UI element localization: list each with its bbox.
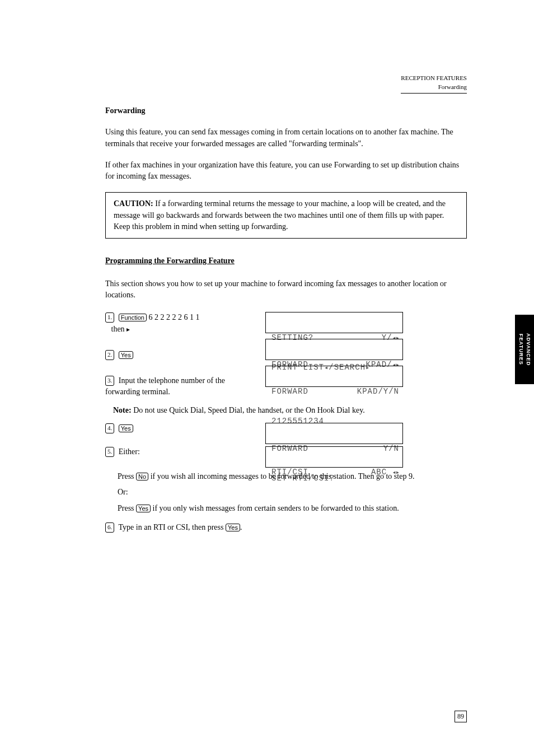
step-3-badge: 3. xyxy=(105,376,114,386)
section-tab: ADVANCED FEATURES xyxy=(515,315,534,384)
intro-para-1: Using this feature, you can send fax mes… xyxy=(105,127,467,150)
step-6-text: Type in an RTI or CSI, then press xyxy=(119,523,226,531)
step-6-badge: 6. xyxy=(105,522,114,533)
page-footer: 89 xyxy=(455,711,467,722)
lcd3-r1c1: FORWARD xyxy=(271,387,308,397)
step-1-badge: 1. xyxy=(105,312,114,323)
lcd-stack-1: SETTING?Y/ PRINT LIST/SEARCH FORWARDKPAD… xyxy=(265,312,467,387)
step-3-note: Note: Do not use Quick Dial, Speed Dial,… xyxy=(105,405,467,416)
steps-row-1: 1. Function 6 2 2 2 2 2 6 1 1 then 2. Ye… xyxy=(105,312,467,402)
left-steps-3: 5. Either: xyxy=(105,446,251,462)
step-5-badge: 5. xyxy=(105,447,114,457)
opt2-pre: Press xyxy=(118,504,136,512)
opt1-post: if you wish all incoming messages to be … xyxy=(148,472,414,480)
subsection-heading: Programming the Forwarding Feature xyxy=(105,255,467,267)
yes-keycap: Yes xyxy=(119,351,133,359)
steps-row-3: 5. Either: RTI/CSIABC xyxy=(105,446,467,468)
no-keycap: No xyxy=(136,473,148,480)
page-number: 89 xyxy=(455,711,467,722)
caution-text: If a forwarding terminal returns the mes… xyxy=(114,199,446,231)
yes-keycap: Yes xyxy=(136,505,151,512)
page: RECEPTION FEATURES Forwarding Forwarding… xyxy=(0,0,534,756)
step-6: 6. Type in an RTI or CSI, then press Yes… xyxy=(105,522,467,533)
function-keycap: Function xyxy=(119,314,147,321)
lcd-screen-2: FORWARDKPAD/ xyxy=(265,339,403,360)
yes-keycap: Yes xyxy=(119,424,133,432)
opt2-post: if you only wish messages from certain s… xyxy=(151,504,399,512)
lcd-stack-2: FORWARDY/N SET RTI/CSI? xyxy=(265,423,467,444)
step-6-tail: . xyxy=(240,523,242,531)
caution-label: CAUTION: xyxy=(114,199,153,208)
step-3: 3. Input the telephone number of the for… xyxy=(105,375,251,398)
note-label: Note: xyxy=(113,406,132,414)
subsection-intro: This section shows you how to set up you… xyxy=(105,278,467,301)
left-steps-2: 4. Yes xyxy=(105,423,251,438)
step-5-opt-2: Press Yes if you only wish messages from… xyxy=(118,503,467,514)
step-2-badge: 2. xyxy=(105,350,114,360)
step-5-opt-1: Press No if you wish all incoming messag… xyxy=(118,471,467,482)
step-3-text: Input the telephone number of the forwar… xyxy=(105,376,225,396)
step-2: 2. Yes xyxy=(105,349,251,361)
step-5-intro: 5. Either: xyxy=(105,446,251,458)
yes-keycap: Yes xyxy=(226,524,240,531)
caution-box: CAUTION: If a forwarding terminal return… xyxy=(105,192,467,239)
step-1: 1. Function 6 2 2 2 2 2 6 1 1 then xyxy=(105,312,251,335)
lcd-screen-4: FORWARDY/N SET RTI/CSI? xyxy=(265,423,403,444)
step-4-badge: 4. xyxy=(105,423,114,433)
lcd-screen-5: RTI/CSIABC xyxy=(265,446,403,468)
step-1-digits: 6 2 2 2 2 2 6 1 1 xyxy=(148,313,199,321)
lcd3-r1c2: KPAD/Y/N xyxy=(357,387,399,397)
lcd-screen-3: FORWARDKPAD/Y/N 2125551234 xyxy=(265,366,403,387)
steps-row-2: 4. Yes FORWARDY/N SET RTI/CSI? xyxy=(105,423,467,444)
running-header: RECEPTION FEATURES Forwarding xyxy=(401,74,467,94)
header-line-1: RECEPTION FEATURES xyxy=(401,74,467,83)
lcd-screen-1: SETTING?Y/ PRINT LIST/SEARCH xyxy=(265,312,403,333)
step-4: 4. Yes xyxy=(105,423,251,434)
lcd-stack-3: RTI/CSIABC xyxy=(265,446,467,468)
header-rule xyxy=(401,93,467,94)
step-5-either: Either: xyxy=(119,447,140,456)
step-1-then: then xyxy=(111,325,127,333)
intro-para-2: If other fax machines in your organizati… xyxy=(105,160,467,183)
left-steps-1: 1. Function 6 2 2 2 2 2 6 1 1 then 2. Ye… xyxy=(105,312,251,402)
opt1-pre: Press xyxy=(118,472,136,480)
section-title: Forwarding xyxy=(105,105,467,116)
note-text: Do not use Quick Dial, Speed Dial, the h… xyxy=(132,406,365,414)
right-arrow-icon xyxy=(127,325,130,333)
header-line-2: Forwarding xyxy=(401,83,467,92)
